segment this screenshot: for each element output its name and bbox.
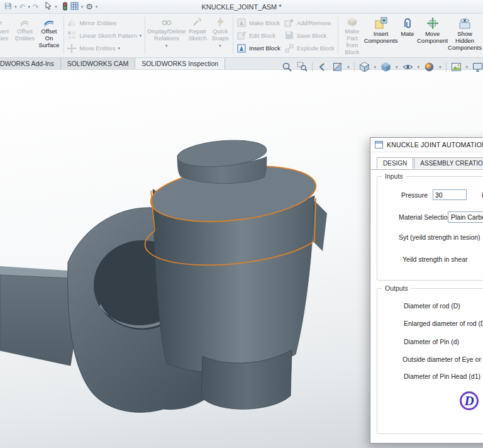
ribbon-separator (233, 17, 233, 54)
make-part-from-block-icon (347, 17, 357, 27)
mate-icon (401, 17, 414, 30)
ribbon-separator (145, 17, 145, 54)
save-flyout-caret[interactable]: ▾ (14, 4, 17, 9)
material-select[interactable]: Plain Carbon ▼ (448, 211, 483, 223)
edit-block-button[interactable]: Edit Block (236, 30, 282, 41)
inputs-group-title: Inputs (382, 172, 406, 180)
output-diameter-pin-label: Diameter of Pin (d) (404, 338, 459, 345)
hide-show-items-icon[interactable] (402, 62, 413, 72)
zoom-to-fit-icon[interactable] (282, 62, 292, 72)
rebuild-icon[interactable] (62, 2, 68, 12)
hud-separator (312, 62, 313, 72)
insert-components-icon (375, 17, 387, 30)
undo-icon[interactable]: ↶ (19, 3, 26, 11)
repair-sketch-button[interactable]: Repair Sketch (186, 15, 209, 56)
view-orientation-icon[interactable] (359, 62, 370, 72)
add-remove-button[interactable]: Add/Remove (284, 17, 335, 28)
move-entities-caret[interactable]: ▾ (118, 46, 120, 50)
section-view-caret[interactable]: ▾ (347, 65, 350, 69)
explode-block-icon (284, 43, 294, 53)
tab-design[interactable]: DESIGN (377, 157, 413, 169)
undo-flyout-caret[interactable]: ▾ (28, 4, 31, 9)
previous-view-icon[interactable] (317, 62, 328, 72)
view-orientation-caret[interactable]: ▾ (374, 65, 377, 69)
tab-solidworks-cam[interactable]: SOLIDWORKS CAM (61, 58, 135, 69)
offset-entities-icon (19, 17, 30, 27)
dialog-tabstrip: DESIGN ASSEMBLY CREATION (377, 157, 483, 169)
quick-snaps-button[interactable]: Quick Snaps ▾ (209, 15, 231, 56)
hide-show-items-caret[interactable]: ▾ (418, 65, 420, 69)
tab-solidworks-addins[interactable]: SOLIDWORKS Add-Ins (0, 58, 61, 69)
outputs-groupbox: Outputs Diameter of rod (D) Enlarged dia… (377, 284, 483, 434)
command-manager-ribbon: Convert Entities Offset Entities Offset … (0, 14, 483, 58)
show-hidden-components-icon (458, 17, 471, 30)
pressure-input[interactable] (433, 189, 467, 200)
block-tools-stack-1: Make Block Edit Block Insert Block (235, 15, 283, 56)
display-delete-relations-button[interactable]: Display/Delete Relations ▾ (147, 15, 186, 56)
explode-block-button[interactable]: Explode Block (284, 43, 335, 54)
tab-assembly-creation[interactable]: ASSEMBLY CREATION (414, 157, 483, 169)
file-properties-caret[interactable]: ▾ (81, 4, 84, 9)
shear-strength-label: Yeild strength in shear (402, 255, 468, 263)
edit-block-icon (236, 30, 247, 40)
make-part-from-block-button[interactable]: Make Part from Block (340, 15, 364, 56)
save-block-button[interactable]: Save Block (284, 30, 335, 41)
mate-button[interactable]: Mate (398, 15, 417, 56)
redo-icon[interactable]: ↷ (33, 3, 39, 11)
zoom-to-area-icon[interactable] (297, 62, 308, 72)
display-style-icon[interactable] (380, 62, 391, 72)
form-icon (375, 141, 383, 148)
insert-block-button[interactable]: Insert Block (236, 43, 282, 54)
options-caret[interactable]: ▾ (96, 4, 98, 9)
convert-entities-icon (0, 17, 3, 27)
model-top-boss[interactable] (177, 137, 268, 184)
apply-scene-caret[interactable]: ▾ (466, 65, 469, 69)
view-settings-icon[interactable] (472, 62, 483, 72)
save-icon[interactable] (4, 2, 12, 11)
mirror-entities-button[interactable]: Mirror Entities (67, 17, 142, 28)
entity-tools-stack: Mirror Entities Linear Sketch Pattern ▾ … (65, 15, 143, 56)
file-properties-icon[interactable] (70, 2, 79, 11)
apply-scene-icon[interactable] (451, 62, 462, 72)
offset-on-surface-icon (44, 17, 54, 27)
linear-sketch-pattern-icon (67, 30, 77, 40)
display-style-caret[interactable]: ▾ (396, 65, 398, 69)
edit-appearance-icon[interactable] (424, 62, 435, 72)
hud-separator (354, 62, 355, 72)
offset-on-surface-button[interactable]: Offset On Surface (36, 15, 61, 56)
offset-entities-button[interactable]: Offset Entities (13, 15, 37, 56)
ribbon-separator (338, 17, 338, 54)
edit-appearance-caret[interactable]: ▾ (439, 65, 441, 69)
document-title: KNUCKLE_JOINT_ASM * (201, 3, 281, 11)
linear-sketch-pattern-button[interactable]: Linear Sketch Pattern ▾ (67, 30, 142, 41)
linear-pattern-caret[interactable]: ▾ (140, 33, 142, 38)
inputs-groupbox: Inputs Pressure kN Material Selection Pl… (377, 172, 483, 281)
move-entities-button[interactable]: Move Entities ▾ (67, 43, 142, 54)
show-hidden-components-button[interactable]: Show Hidden Components (448, 15, 482, 56)
options-gear-icon[interactable]: ⚙ (86, 3, 93, 11)
output-outside-diameter-label: Outside diameter of Eye or Fork (402, 356, 483, 363)
material-selection-label: Material Selection (399, 213, 451, 221)
select-flyout-caret[interactable]: ▾ (55, 4, 57, 9)
tab-solidworks-inspection[interactable]: SOLIDWORKS Inspection (135, 58, 225, 69)
dialog-titlebar[interactable]: KNUCKLE JOINT AUTOMATION (370, 138, 483, 152)
material-select-value: Plain Carbon (448, 213, 483, 221)
insert-components-button[interactable]: Insert Components (364, 15, 398, 56)
display-delete-relations-icon (162, 17, 172, 27)
quick-snaps-caret[interactable]: ▾ (219, 43, 221, 48)
output-enlarged-diameter-label: Enlarged diameter of rod (D1) (404, 320, 483, 327)
section-view-icon[interactable] (332, 62, 343, 72)
output-diameter-rod-label: Diameter of rod (D) (404, 302, 460, 310)
convert-entities-button[interactable]: Convert Entities (0, 15, 13, 56)
outputs-group-title: Outputs (382, 284, 411, 292)
dialog-tab-page: Inputs Pressure kN Material Selection Pl… (370, 169, 483, 443)
select-cursor-icon[interactable] (45, 2, 52, 11)
insert-block-icon (236, 43, 247, 53)
make-block-button[interactable]: Make Block (236, 17, 282, 28)
move-component-icon (426, 17, 439, 30)
move-component-button[interactable]: Move Component (417, 15, 448, 56)
save-block-icon (284, 30, 294, 40)
display-delete-relations-caret[interactable]: ▾ (165, 43, 168, 48)
make-block-icon (236, 18, 247, 28)
hud-separator (446, 62, 447, 72)
